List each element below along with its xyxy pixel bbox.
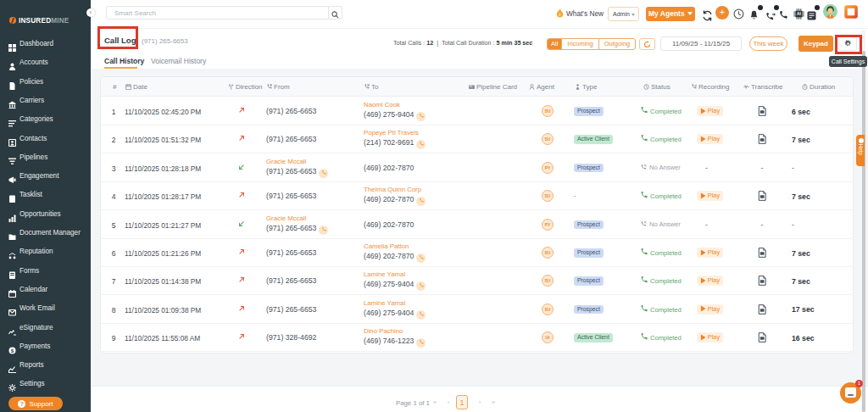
svg-text:AI: AI bbox=[797, 12, 801, 16]
